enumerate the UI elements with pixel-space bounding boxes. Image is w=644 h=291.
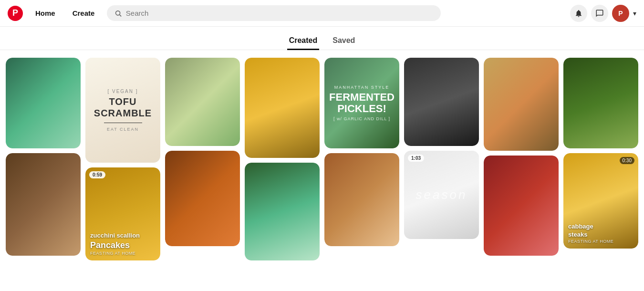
pin-card[interactable]: 0:30 cabbagesteaks FEASTING AT HOME [563, 153, 638, 249]
svg-point-0 [116, 10, 120, 15]
video-duration-badge: 0:59 [89, 171, 105, 178]
header: P Home Create P ▾ [0, 0, 644, 27]
avatar-letter: P [618, 10, 623, 17]
recipe-title: TOFU SCRAMBLE [94, 96, 152, 119]
recipe-subtitle: EAT CLEAN [107, 127, 139, 132]
tab-saved[interactable]: Saved [331, 32, 357, 50]
recipe-vegan-label: [ VEGAN ] [107, 89, 138, 94]
search-icon [114, 10, 122, 17]
svg-line-1 [120, 14, 122, 16]
pin-overlay-title: zucchini scallionPancakes [90, 232, 156, 251]
pin-card[interactable]: 0:59 zucchini scallionPancakes FEASTING … [85, 167, 160, 260]
pin-card[interactable] [245, 163, 320, 260]
pinterest-logo-letter: P [12, 8, 18, 18]
nav-home[interactable]: Home [31, 6, 60, 20]
pin-card[interactable]: [ VEGAN ] TOFU SCRAMBLE EAT CLEAN [85, 58, 160, 163]
pin-card[interactable]: MANHATTAN STYLE FERMENTED PICKLES! [ w/ … [324, 58, 399, 148]
video-duration: 0:30 [620, 157, 634, 164]
pin-card[interactable] [6, 153, 81, 256]
fermented-title: FERMENTED PICKLES! [329, 92, 395, 114]
search-input[interactable] [126, 9, 434, 17]
pinterest-logo[interactable]: P [8, 6, 23, 21]
nav-create[interactable]: Create [68, 6, 100, 20]
tab-created[interactable]: Created [287, 32, 320, 50]
pin-card[interactable] [165, 151, 240, 246]
account-chevron[interactable]: ▾ [633, 10, 636, 17]
season-text-overlay: season [416, 187, 467, 202]
pin-overlay-source: FEASTING AT HOME [90, 251, 156, 256]
search-bar [107, 5, 441, 21]
fermented-style-label: MANHATTAN STYLE [334, 85, 390, 90]
notification-icon [574, 9, 583, 18]
video-duration-badge: 1:03 [408, 155, 424, 162]
fermented-subtitle: [ w/ GARLIC AND DILL ] [333, 116, 390, 121]
message-icon [595, 9, 604, 18]
pin-card[interactable] [324, 153, 399, 246]
pin-card[interactable] [245, 58, 320, 158]
pin-card[interactable] [484, 156, 559, 256]
cabbage-steaks-source: FEASTING AT HOME [568, 239, 634, 244]
pin-card[interactable] [6, 58, 81, 148]
tabs-nav: Created Saved [0, 27, 644, 50]
notification-button[interactable] [570, 5, 587, 22]
pin-grid: [ VEGAN ] TOFU SCRAMBLE EAT CLEAN 0:59 z… [0, 50, 644, 289]
cabbage-steaks-title: cabbagesteaks [568, 223, 634, 239]
header-icons: P ▾ [570, 5, 636, 22]
pin-card[interactable] [484, 58, 559, 151]
message-button[interactable] [591, 5, 608, 22]
pin-card[interactable]: 1:03 season [404, 151, 479, 239]
pin-card[interactable] [165, 58, 240, 146]
pin-card[interactable] [563, 58, 638, 148]
avatar[interactable]: P [612, 5, 629, 22]
pin-card[interactable] [404, 58, 479, 146]
